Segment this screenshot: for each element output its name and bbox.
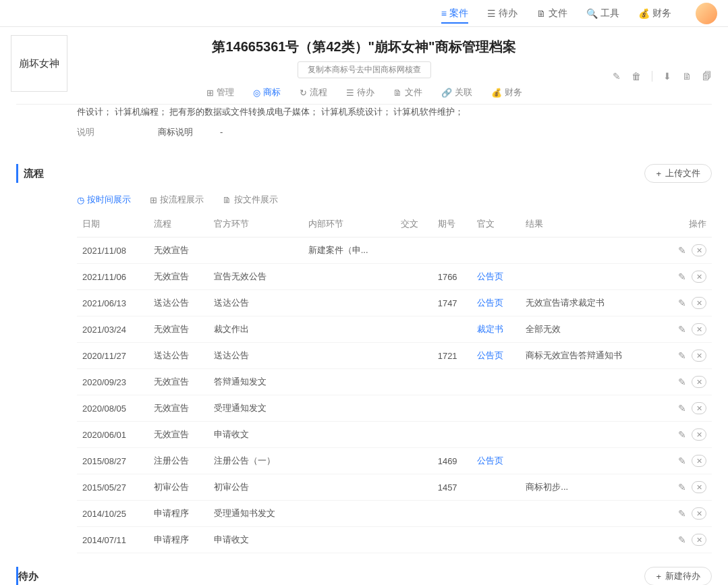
edit-row-icon[interactable]: ✎	[678, 482, 686, 493]
delete-row-icon[interactable]: ✕	[692, 481, 706, 493]
avatar[interactable]	[696, 3, 717, 24]
cell	[432, 369, 472, 395]
tab-文件[interactable]: 🗎文件	[393, 86, 422, 99]
new-todo-button[interactable]: + 新建待办	[644, 567, 712, 585]
tab-管理[interactable]: ⊞管理	[206, 86, 234, 99]
topnav-案件[interactable]: ≡案件	[441, 7, 468, 24]
delete-row-icon[interactable]: ✕	[692, 428, 706, 441]
cell: 送达公告	[148, 290, 208, 316]
topnav-文件[interactable]: 🗎文件	[536, 7, 567, 20]
topnav-label: 待办	[499, 7, 517, 20]
cell	[432, 501, 472, 527]
delete-row-icon[interactable]: ✕	[692, 402, 706, 414]
subtab-按文件展示[interactable]: 🗎按文件展示	[223, 194, 278, 206]
grid4-icon: ⊞	[150, 195, 157, 205]
doc-link[interactable]: 公告页	[477, 271, 503, 281]
cell: 申请程序	[148, 501, 208, 527]
table-row: 2020/11/27送达公告送达公告1721公告页商标无效宣告答辩通知书✎✕	[77, 343, 712, 369]
edit-row-icon[interactable]: ✎	[678, 298, 686, 308]
table-row: 2021/11/06无效宣告宣告无效公告1766公告页✎✕	[77, 264, 712, 290]
file-icon: 🗎	[536, 8, 546, 19]
upload-file-label: 上传文件	[665, 167, 700, 179]
bag-icon: 💰	[638, 8, 650, 19]
doc-icon[interactable]: 🗎	[682, 71, 692, 82]
cell: 2015/08/27	[77, 448, 148, 474]
cell: 1457	[432, 474, 472, 501]
cell: 受理通知书发文	[208, 501, 303, 527]
subtab-label: 按文件展示	[234, 194, 278, 206]
edit-row-icon[interactable]: ✎	[678, 245, 686, 256]
edit-row-icon[interactable]: ✎	[678, 350, 686, 361]
delete-row-icon[interactable]: ✕	[692, 376, 706, 388]
cell	[395, 527, 432, 553]
upload-file-button[interactable]: + 上传文件	[644, 164, 712, 183]
download-icon[interactable]: ⬇	[663, 71, 671, 82]
cell: 1469	[432, 448, 472, 474]
cell	[520, 501, 661, 527]
cell	[520, 422, 661, 448]
cell	[303, 316, 395, 343]
tab-待办[interactable]: ☰待办	[346, 86, 374, 99]
tab-财务[interactable]: 💰财务	[491, 86, 522, 99]
cell: 商标初步...	[520, 474, 661, 501]
topnav-财务[interactable]: 💰财务	[638, 7, 671, 20]
cell: 2021/11/06	[77, 264, 148, 290]
doc-link[interactable]: 公告页	[477, 350, 503, 360]
edit-row-icon[interactable]: ✎	[678, 455, 686, 466]
target-icon: ◎	[253, 88, 260, 98]
todo-title: 待办	[18, 570, 38, 583]
table-row: 2015/08/27注册公告注册公告（一）1469公告页✎✕	[77, 448, 712, 474]
doc-link[interactable]: 公告页	[477, 455, 503, 466]
edit-row-icon[interactable]: ✎	[678, 403, 686, 414]
edit-row-icon[interactable]: ✎	[678, 429, 686, 440]
pdf-icon[interactable]: 🗐	[702, 71, 712, 82]
edit-row-icon[interactable]: ✎	[678, 534, 686, 545]
topnav-工具[interactable]: 🔍工具	[586, 7, 619, 20]
cell: 送达公告	[208, 290, 303, 316]
delete-row-icon[interactable]: ✕	[692, 350, 706, 362]
cell: 无效宣告	[148, 264, 208, 290]
cell	[395, 422, 432, 448]
delete-row-icon[interactable]: ✕	[692, 297, 706, 309]
cell: 宣告无效公告	[208, 264, 303, 290]
cell: 答辩通知发文	[208, 369, 303, 395]
tab-商标[interactable]: ◎商标	[253, 86, 281, 99]
inbox-icon: ☰	[487, 8, 496, 19]
edit-icon[interactable]: ✎	[613, 71, 621, 82]
flow-subtabs: ◷按时间展示⊞按流程展示🗎按文件展示	[77, 194, 712, 206]
subtab-按时间展示[interactable]: ◷按时间展示	[77, 194, 131, 206]
flow-col-5: 期号	[432, 211, 472, 238]
table-row: 2020/09/23无效宣告答辩通知发文✎✕	[77, 369, 712, 395]
delete-row-icon[interactable]: ✕	[692, 323, 706, 335]
doc-link[interactable]: 裁定书	[477, 324, 503, 334]
tab-关联[interactable]: 🔗关联	[441, 86, 472, 99]
delete-row-icon[interactable]: ✕	[692, 455, 706, 467]
edit-row-icon[interactable]: ✎	[678, 271, 686, 282]
flow-title: 流程	[24, 167, 44, 180]
table-row: 2021/03/24无效宣告裁文作出裁定书全部无效✎✕	[77, 316, 712, 343]
cell	[395, 369, 432, 395]
cell: 2020/11/27	[77, 343, 148, 369]
table-row: 2020/08/05无效宣告受理通知发文✎✕	[77, 395, 712, 422]
cell	[432, 422, 472, 448]
cell: 申请程序	[148, 527, 208, 553]
topnav-待办[interactable]: ☰待办	[487, 7, 517, 20]
delete-row-icon[interactable]: ✕	[692, 244, 706, 256]
edit-row-icon[interactable]: ✎	[678, 508, 686, 519]
subtitle-link[interactable]: 复制本商标号去中国商标网核查	[298, 61, 431, 78]
cell	[520, 395, 661, 422]
subtab-按流程展示[interactable]: ⊞按流程展示	[150, 194, 204, 206]
tab-流程[interactable]: ↻流程	[300, 86, 327, 99]
edit-row-icon[interactable]: ✎	[678, 324, 686, 335]
table-row: 2021/11/08无效宣告新建案件（申...✎✕	[77, 238, 712, 264]
tab-label: 流程	[310, 86, 327, 99]
doc-link[interactable]: 公告页	[477, 298, 503, 308]
delete-row-icon[interactable]: ✕	[692, 507, 706, 520]
cell: 2020/08/05	[77, 395, 148, 422]
delete-row-icon[interactable]: ✕	[692, 271, 706, 283]
cell	[303, 501, 395, 527]
cell: 裁定书	[472, 316, 520, 343]
delete-row-icon[interactable]: ✕	[692, 534, 706, 546]
edit-row-icon[interactable]: ✎	[678, 377, 686, 387]
delete-icon[interactable]: 🗑	[632, 71, 641, 82]
